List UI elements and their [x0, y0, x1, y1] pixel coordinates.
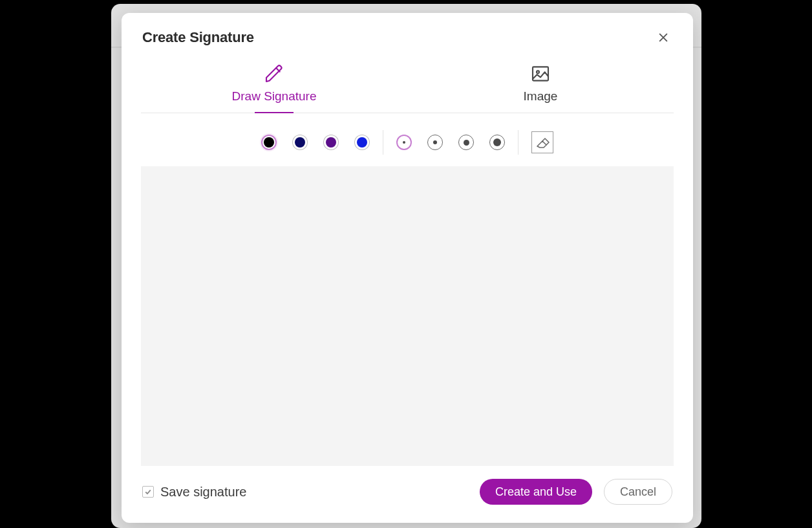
create-and-use-button[interactable]: Create and Use: [480, 479, 592, 505]
swatch-dot: [357, 137, 367, 148]
thickness-dot: [464, 140, 469, 146]
eraser-icon: [535, 135, 550, 150]
color-swatch-blue[interactable]: [354, 135, 370, 150]
close-button[interactable]: [654, 28, 672, 47]
swatch-dot: [264, 137, 274, 148]
color-swatch-group: [261, 135, 370, 150]
stroke-thin[interactable]: [396, 135, 412, 150]
svg-point-1: [537, 71, 539, 73]
thickness-dot: [493, 138, 501, 146]
checkbox-label: Save signature: [160, 485, 246, 500]
cancel-button[interactable]: Cancel: [604, 479, 672, 505]
tab-label: Image: [524, 89, 558, 104]
toolbar-separator: [518, 130, 518, 155]
image-icon: [530, 63, 551, 84]
modal-header: Create Signature: [141, 28, 674, 58]
tab-label: Draw Signature: [232, 89, 317, 104]
signature-tabs: Draw Signature Image: [141, 58, 674, 113]
thickness-group: [396, 135, 505, 150]
checkbox-box: [142, 486, 154, 498]
thickness-dot: [433, 140, 437, 144]
clear-signature-button[interactable]: [531, 131, 553, 153]
create-signature-modal: Create Signature Draw Signature: [122, 13, 693, 523]
save-signature-checkbox[interactable]: Save signature: [142, 485, 246, 500]
color-swatch-purple[interactable]: [323, 135, 339, 150]
modal-title: Create Signature: [142, 29, 254, 46]
pencil-icon: [264, 63, 284, 84]
swatch-dot: [295, 137, 305, 148]
swatch-dot: [326, 137, 336, 148]
stroke-medium[interactable]: [458, 135, 474, 150]
color-swatch-navy[interactable]: [292, 135, 308, 150]
thickness-dot: [403, 141, 405, 144]
checkmark-icon: [144, 488, 152, 496]
tab-draw-signature[interactable]: Draw Signature: [141, 58, 407, 113]
tab-image[interactable]: Image: [407, 58, 674, 113]
color-swatch-black[interactable]: [261, 135, 277, 150]
close-icon: [657, 31, 670, 44]
modal-footer: Save signature Create and Use Cancel: [141, 478, 674, 523]
drawing-toolbar: [141, 113, 674, 166]
stroke-small[interactable]: [427, 135, 443, 150]
stroke-large[interactable]: [489, 135, 505, 150]
toolbar-separator: [383, 130, 383, 155]
signature-canvas[interactable]: [141, 166, 674, 466]
